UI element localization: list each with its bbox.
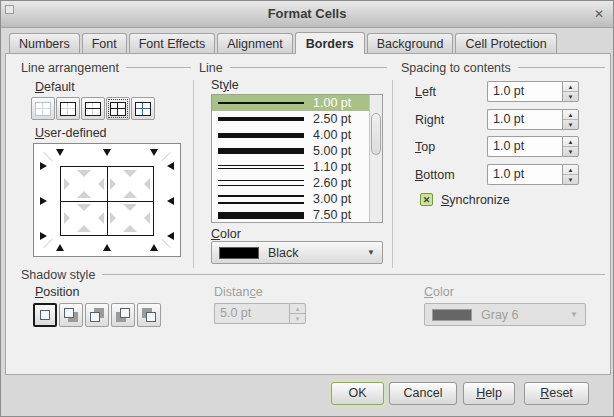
synchronize-checkbox[interactable]: ✕ — [420, 193, 433, 206]
box-only-icon — [60, 102, 76, 116]
shadow-top-right-button[interactable] — [85, 303, 109, 327]
line-color-dropdown[interactable]: Black ▼ — [211, 241, 383, 264]
shadow-distance-input: 5.0 pt — [214, 303, 289, 324]
tab-cell-protection[interactable]: Cell Protection — [455, 33, 556, 53]
synchronize-label[interactable]: Synchronize — [441, 193, 510, 207]
line-style-option[interactable]: 2.50 pt — [212, 111, 382, 127]
arrow-left-icon — [167, 232, 174, 240]
line-style-label: 4.00 pt — [313, 128, 351, 142]
line-preview — [218, 195, 304, 204]
line-style-option[interactable]: 5.00 pt — [212, 143, 382, 159]
tab-numbers[interactable]: Numbers — [9, 33, 80, 53]
spin-down-icon[interactable]: ▼ — [563, 147, 578, 156]
line-arrangement-group-title: Line arrangement — [21, 61, 119, 75]
corner-mark — [161, 152, 170, 161]
preset-no-borders-button[interactable] — [31, 97, 55, 120]
line-style-label: 2.60 pt — [313, 176, 351, 190]
corner-mark — [43, 152, 52, 161]
help-button[interactable]: Help — [463, 382, 515, 405]
top-spacing-input[interactable]: 1.0 pt — [487, 136, 562, 157]
line-style-label: 1.10 pt — [313, 160, 351, 174]
line-color-label: Color — [211, 227, 241, 241]
spin-down-icon: ▼ — [290, 314, 305, 323]
scrollbar-thumb[interactable] — [371, 113, 381, 155]
line-style-label: 7.50 pt — [313, 208, 351, 222]
check-icon: ✕ — [423, 195, 431, 205]
arrow-up-icon — [56, 244, 64, 251]
shadow-none-button[interactable] — [33, 303, 57, 327]
preset-box-only-button[interactable] — [56, 97, 80, 120]
arrow-up-icon — [103, 244, 111, 251]
spin-buttons: ▲ ▼ — [562, 109, 579, 130]
tab-font[interactable]: Font — [82, 33, 127, 53]
spin-down-icon[interactable]: ▼ — [563, 92, 578, 101]
spin-down-icon[interactable]: ▼ — [563, 120, 578, 129]
style-list-scrollbar[interactable] — [369, 95, 382, 222]
arrow-down-icon — [150, 149, 158, 156]
spin-buttons: ▲ ▼ — [289, 303, 306, 324]
line-style-option[interactable]: 1.00 pt — [212, 95, 382, 111]
preview-cell[interactable] — [61, 201, 107, 235]
shadow-distance-stepper: 5.0 pt ▲ ▼ — [214, 303, 306, 324]
format-cells-dialog: Format Cells ✕ Numbers Font Font Effects… — [0, 0, 614, 417]
tab-alignment[interactable]: Alignment — [217, 33, 293, 53]
line-preview — [218, 148, 304, 154]
preview-cell[interactable] — [61, 167, 107, 201]
bottom-spacing-input[interactable]: 1.0 pt — [487, 164, 562, 185]
arrow-up-icon — [150, 244, 158, 251]
line-preview — [218, 133, 304, 138]
arrow-down-icon — [56, 149, 64, 156]
reset-button[interactable]: Reset — [524, 382, 589, 405]
arrow-left-icon — [167, 197, 174, 205]
shadow-bottom-right-button[interactable] — [59, 303, 83, 327]
preview-cell[interactable] — [107, 201, 153, 235]
spin-up-icon[interactable]: ▲ — [563, 110, 578, 120]
spin-up-icon[interactable]: ▲ — [563, 137, 578, 147]
spin-up-icon[interactable]: ▲ — [563, 165, 578, 175]
ok-button[interactable]: OK — [331, 382, 384, 405]
shadow-bottom-left-icon — [115, 307, 131, 323]
tab-font-effects[interactable]: Font Effects — [129, 33, 215, 53]
arrow-left-icon — [167, 162, 174, 170]
line-style-label: 3.00 pt — [313, 192, 351, 206]
user-defined-border-editor[interactable] — [33, 143, 181, 257]
left-spacing-input[interactable]: 1.0 pt — [487, 81, 562, 102]
box-inner-lines-icon — [110, 102, 126, 116]
line-style-list[interactable]: 1.00 pt 2.50 pt 4.00 pt 5.00 pt 1.10 pt … — [211, 94, 383, 223]
arrow-right-icon — [40, 197, 47, 205]
box-keep-inner-icon — [135, 102, 151, 116]
line-style-option[interactable]: 7.50 pt — [212, 207, 382, 223]
line-arrangement-group-header: Line arrangement — [21, 60, 191, 75]
right-spacing-input[interactable]: 1.0 pt — [487, 109, 562, 130]
spin-buttons: ▲ ▼ — [562, 164, 579, 185]
shadow-top-left-button[interactable] — [137, 303, 161, 327]
border-preview-grid[interactable] — [60, 166, 154, 236]
arrow-down-icon — [103, 149, 111, 156]
no-borders-icon — [35, 102, 51, 116]
shadow-group-title: Shadow style — [21, 268, 95, 282]
shadow-group-header: Shadow style — [21, 267, 605, 282]
group-separator — [392, 80, 393, 268]
shadow-bottom-left-button[interactable] — [111, 303, 135, 327]
spin-down-icon[interactable]: ▼ — [563, 175, 578, 184]
preset-box-keep-inner-button[interactable] — [131, 97, 155, 120]
line-preview — [218, 180, 304, 186]
shadow-color-value: Gray 6 — [481, 308, 519, 322]
preview-cell[interactable] — [107, 167, 153, 201]
spin-up-icon[interactable]: ▲ — [563, 82, 578, 92]
top-label: Top — [415, 140, 435, 154]
preset-box-horizontal-button[interactable] — [81, 97, 105, 120]
line-style-option[interactable]: 3.00 pt — [212, 191, 382, 207]
line-preview — [218, 212, 304, 219]
style-label: Style — [211, 78, 239, 92]
tab-borders[interactable]: Borders — [295, 32, 365, 54]
line-style-option[interactable]: 4.00 pt — [212, 127, 382, 143]
spin-buttons: ▲ ▼ — [562, 81, 579, 102]
line-color-value: Black — [268, 246, 299, 260]
cancel-button[interactable]: Cancel — [389, 382, 457, 405]
tab-background[interactable]: Background — [367, 33, 454, 53]
preset-box-inner-lines-button[interactable] — [106, 97, 130, 120]
line-style-option[interactable]: 1.10 pt — [212, 159, 382, 175]
line-style-option[interactable]: 2.60 pt — [212, 175, 382, 191]
bottom-spacing-stepper: 1.0 pt ▲ ▼ — [487, 164, 579, 185]
